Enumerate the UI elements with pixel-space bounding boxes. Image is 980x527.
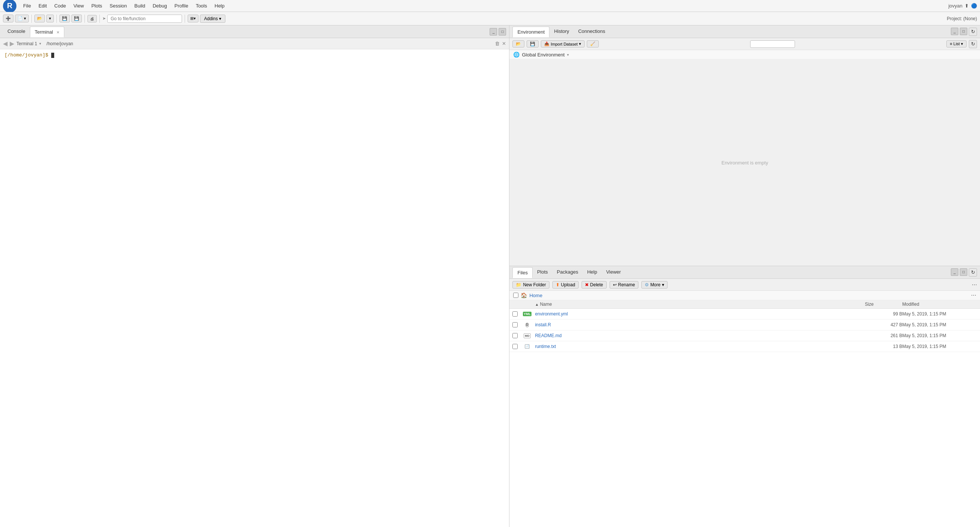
right-bottom-tabs: Files Plots Packages Help Viewer _ □ ↻ bbox=[509, 266, 980, 279]
tab-console[interactable]: Console bbox=[3, 26, 30, 37]
clear-console-button[interactable]: 🧹 bbox=[587, 40, 599, 48]
file-checkbox-3[interactable] bbox=[512, 344, 518, 349]
delete-button[interactable]: ✖ Delete bbox=[582, 281, 607, 288]
global-env-arrow[interactable]: ▾ bbox=[567, 53, 569, 57]
more-gear-icon: ⚙ bbox=[645, 282, 649, 287]
select-all-checkbox[interactable] bbox=[513, 293, 519, 298]
addins-button[interactable]: Addins ▾ bbox=[200, 14, 225, 23]
user-icon[interactable]: ⬆ bbox=[965, 3, 969, 9]
menu-code[interactable]: Code bbox=[51, 2, 69, 10]
menu-help[interactable]: Help bbox=[212, 2, 228, 10]
menu-session[interactable]: Session bbox=[107, 2, 130, 10]
new-file-button[interactable]: ➕ bbox=[3, 14, 13, 22]
save-all-button[interactable]: 💾 bbox=[72, 14, 82, 22]
main-content: Console Terminal ✕ _ □ ◀ ▶ Terminal 1 ▾ … bbox=[0, 25, 980, 527]
layout-button[interactable]: ⊞▾ bbox=[188, 14, 199, 22]
file-name-0[interactable]: environment.yml bbox=[535, 311, 865, 317]
tab-history[interactable]: History bbox=[549, 26, 573, 37]
new-folder-button[interactable]: 📁 New Folder bbox=[512, 281, 549, 288]
col-name-header: ▲ Name bbox=[535, 302, 865, 307]
close-terminal-icon[interactable]: ✕ bbox=[502, 41, 506, 46]
broom-icon: 🧹 bbox=[590, 41, 595, 46]
file-checkbox-2[interactable] bbox=[512, 333, 518, 338]
tab-help[interactable]: Help bbox=[583, 267, 602, 278]
user-settings-icon[interactable]: 🔵 bbox=[971, 3, 977, 9]
env-search-input[interactable] bbox=[750, 40, 795, 48]
tab-connections[interactable]: Connections bbox=[574, 26, 609, 37]
more-button[interactable]: ⚙ More ▾ bbox=[641, 281, 668, 288]
separator-2 bbox=[56, 14, 57, 23]
path-more-icon[interactable]: ⋯ bbox=[971, 292, 976, 298]
clear-terminal-icon[interactable]: 🗑 bbox=[495, 41, 500, 46]
new-script-button[interactable]: 📄▾ bbox=[15, 14, 29, 22]
terminal-back-button[interactable]: ◀ bbox=[3, 40, 8, 47]
tab-terminal[interactable]: Terminal ✕ bbox=[30, 27, 65, 37]
menu-view[interactable]: View bbox=[70, 2, 87, 10]
rename-icon: ↩ bbox=[613, 282, 617, 287]
terminal-forward-button[interactable]: ▶ bbox=[10, 40, 14, 47]
file-checkbox-1[interactable] bbox=[512, 322, 518, 327]
separator-3 bbox=[84, 14, 85, 23]
goto-input[interactable] bbox=[107, 14, 182, 23]
left-panel-tabs: Console Terminal ✕ _ □ bbox=[0, 25, 509, 38]
files-toolbar-end: ⋯ bbox=[972, 282, 977, 288]
files-table-header: ▲ Name Size Modified bbox=[509, 300, 980, 309]
maximize-left-button[interactable]: □ bbox=[499, 28, 506, 35]
import-dataset-button[interactable]: 📥 Import Dataset ▾ bbox=[541, 40, 584, 48]
list-view-button[interactable]: ≡ List ▾ bbox=[947, 40, 967, 48]
terminal-path: /home/jovyan bbox=[46, 41, 73, 46]
menu-debug[interactable]: Debug bbox=[150, 2, 170, 10]
refresh-list-button[interactable]: ↻ bbox=[969, 40, 977, 48]
user-area: jovyan ⬆ 🔵 bbox=[948, 3, 977, 9]
home-icon: 🏠 bbox=[521, 292, 527, 298]
save-button[interactable]: 💾 bbox=[59, 14, 70, 22]
tab-environment[interactable]: Environment bbox=[512, 27, 549, 37]
terminal-title-arrow[interactable]: ▾ bbox=[39, 41, 41, 46]
maximize-top-right-button[interactable]: □ bbox=[960, 28, 967, 35]
files-more-options[interactable]: ⋯ bbox=[972, 282, 977, 288]
rename-button[interactable]: ↩ Rename bbox=[609, 281, 638, 288]
refresh-env-button[interactable]: ↻ bbox=[969, 28, 977, 36]
tab-packages[interactable]: Packages bbox=[552, 267, 583, 278]
minimize-left-button[interactable]: _ bbox=[490, 28, 497, 35]
terminal-content[interactable]: [/home/jovyan]$ bbox=[0, 49, 509, 527]
home-link[interactable]: Home bbox=[529, 293, 542, 298]
terminal-toolbar: ◀ ▶ Terminal 1 ▾ /home/jovyan 🗑 ✕ bbox=[0, 38, 509, 49]
menu-file[interactable]: File bbox=[20, 2, 34, 10]
menu-build[interactable]: Build bbox=[132, 2, 148, 10]
upload-button[interactable]: ⬆ Upload bbox=[552, 281, 579, 288]
menu-profile[interactable]: Profile bbox=[172, 2, 191, 10]
terminal-cursor bbox=[51, 53, 54, 58]
open-button[interactable]: 📂 bbox=[34, 14, 45, 22]
files-table: ▲ Name Size Modified YML environment.yml… bbox=[509, 300, 980, 527]
file-modified-2: May 5, 2019, 1:15 PM bbox=[902, 333, 977, 338]
tab-files[interactable]: Files bbox=[512, 267, 532, 278]
maximize-bottom-right-button[interactable]: □ bbox=[960, 268, 967, 276]
minimize-top-right-button[interactable]: _ bbox=[951, 28, 958, 35]
file-name-3[interactable]: runtime.txt bbox=[535, 344, 865, 349]
tab-viewer[interactable]: Viewer bbox=[602, 267, 626, 278]
terminal-title[interactable]: Terminal 1 bbox=[16, 41, 37, 46]
refresh-files-button[interactable]: ↻ bbox=[969, 268, 977, 277]
file-checkbox-0[interactable] bbox=[512, 311, 518, 317]
username-label: jovyan bbox=[948, 3, 963, 9]
save-ws-icon: 💾 bbox=[530, 41, 535, 46]
open-recent-button[interactable]: ▾ bbox=[46, 14, 54, 22]
save-workspace-button[interactable]: 💾 bbox=[527, 40, 539, 48]
file-name-1[interactable]: install.R bbox=[535, 322, 865, 327]
file-name-2[interactable]: README.md bbox=[535, 333, 865, 338]
minimize-bottom-right-button[interactable]: _ bbox=[951, 268, 958, 276]
menu-edit[interactable]: Edit bbox=[35, 2, 50, 10]
files-toolbar: 📁 New Folder ⬆ Upload ✖ Delete ↩ Rename … bbox=[509, 279, 980, 291]
menu-tools[interactable]: Tools bbox=[193, 2, 210, 10]
print-button[interactable]: 🖨 bbox=[88, 15, 97, 22]
env-empty-message: Environment is empty bbox=[509, 59, 980, 266]
load-icon: 📂 bbox=[516, 41, 521, 46]
menu-plots[interactable]: Plots bbox=[88, 2, 105, 10]
terminal-tab-close[interactable]: ✕ bbox=[56, 30, 59, 34]
load-workspace-button[interactable]: 📂 bbox=[512, 40, 524, 48]
file-size-0: 99 B bbox=[865, 311, 902, 317]
tab-plots[interactable]: Plots bbox=[533, 267, 552, 278]
global-env-label[interactable]: Global Environment bbox=[522, 52, 565, 57]
global-env-icon: 🌐 bbox=[513, 52, 520, 57]
